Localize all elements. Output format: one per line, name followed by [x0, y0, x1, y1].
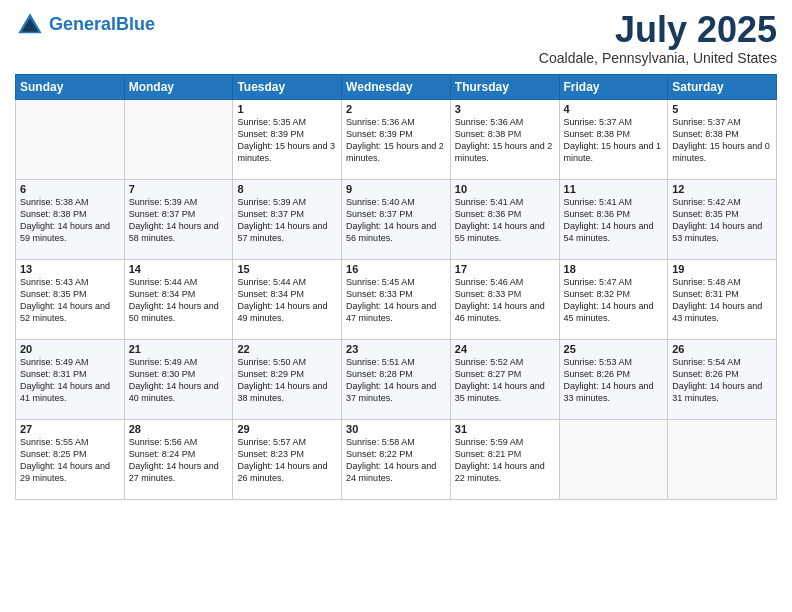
- day-number: 23: [346, 343, 446, 355]
- day-info: Sunrise: 5:54 AMSunset: 8:26 PMDaylight:…: [672, 356, 772, 405]
- day-info: Sunrise: 5:47 AMSunset: 8:32 PMDaylight:…: [564, 276, 664, 325]
- calendar-cell: 28Sunrise: 5:56 AMSunset: 8:24 PMDayligh…: [124, 419, 233, 499]
- day-number: 22: [237, 343, 337, 355]
- calendar-cell: 18Sunrise: 5:47 AMSunset: 8:32 PMDayligh…: [559, 259, 668, 339]
- calendar-cell: 6Sunrise: 5:38 AMSunset: 8:38 PMDaylight…: [16, 179, 125, 259]
- day-number: 1: [237, 103, 337, 115]
- day-of-week-header: Saturday: [668, 74, 777, 99]
- day-info: Sunrise: 5:38 AMSunset: 8:38 PMDaylight:…: [20, 196, 120, 245]
- day-number: 9: [346, 183, 446, 195]
- calendar-cell: 4Sunrise: 5:37 AMSunset: 8:38 PMDaylight…: [559, 99, 668, 179]
- header: GeneralBlue July 2025 Coaldale, Pennsylv…: [15, 10, 777, 66]
- calendar-cell: 27Sunrise: 5:55 AMSunset: 8:25 PMDayligh…: [16, 419, 125, 499]
- calendar-cell: 25Sunrise: 5:53 AMSunset: 8:26 PMDayligh…: [559, 339, 668, 419]
- day-info: Sunrise: 5:39 AMSunset: 8:37 PMDaylight:…: [237, 196, 337, 245]
- calendar-cell: [668, 419, 777, 499]
- calendar: SundayMondayTuesdayWednesdayThursdayFrid…: [15, 74, 777, 500]
- day-number: 11: [564, 183, 664, 195]
- month-title: July 2025: [539, 10, 777, 50]
- day-info: Sunrise: 5:50 AMSunset: 8:29 PMDaylight:…: [237, 356, 337, 405]
- day-info: Sunrise: 5:35 AMSunset: 8:39 PMDaylight:…: [237, 116, 337, 165]
- calendar-cell: 26Sunrise: 5:54 AMSunset: 8:26 PMDayligh…: [668, 339, 777, 419]
- day-info: Sunrise: 5:46 AMSunset: 8:33 PMDaylight:…: [455, 276, 555, 325]
- day-info: Sunrise: 5:41 AMSunset: 8:36 PMDaylight:…: [564, 196, 664, 245]
- day-number: 25: [564, 343, 664, 355]
- calendar-week: 6Sunrise: 5:38 AMSunset: 8:38 PMDaylight…: [16, 179, 777, 259]
- calendar-cell: 8Sunrise: 5:39 AMSunset: 8:37 PMDaylight…: [233, 179, 342, 259]
- day-number: 8: [237, 183, 337, 195]
- logo-line2: Blue: [116, 14, 155, 34]
- calendar-cell: 13Sunrise: 5:43 AMSunset: 8:35 PMDayligh…: [16, 259, 125, 339]
- logo-text: GeneralBlue: [49, 15, 155, 35]
- calendar-cell: 19Sunrise: 5:48 AMSunset: 8:31 PMDayligh…: [668, 259, 777, 339]
- day-number: 15: [237, 263, 337, 275]
- calendar-cell: 3Sunrise: 5:36 AMSunset: 8:38 PMDaylight…: [450, 99, 559, 179]
- day-of-week-header: Monday: [124, 74, 233, 99]
- calendar-cell: 29Sunrise: 5:57 AMSunset: 8:23 PMDayligh…: [233, 419, 342, 499]
- day-number: 27: [20, 423, 120, 435]
- day-info: Sunrise: 5:52 AMSunset: 8:27 PMDaylight:…: [455, 356, 555, 405]
- day-info: Sunrise: 5:36 AMSunset: 8:38 PMDaylight:…: [455, 116, 555, 165]
- day-of-week-header: Wednesday: [342, 74, 451, 99]
- day-number: 3: [455, 103, 555, 115]
- day-of-week-header: Sunday: [16, 74, 125, 99]
- day-info: Sunrise: 5:43 AMSunset: 8:35 PMDaylight:…: [20, 276, 120, 325]
- calendar-cell: 2Sunrise: 5:36 AMSunset: 8:39 PMDaylight…: [342, 99, 451, 179]
- calendar-cell: 15Sunrise: 5:44 AMSunset: 8:34 PMDayligh…: [233, 259, 342, 339]
- day-number: 29: [237, 423, 337, 435]
- day-of-week-header: Friday: [559, 74, 668, 99]
- calendar-week: 20Sunrise: 5:49 AMSunset: 8:31 PMDayligh…: [16, 339, 777, 419]
- title-block: July 2025 Coaldale, Pennsylvania, United…: [539, 10, 777, 66]
- day-info: Sunrise: 5:44 AMSunset: 8:34 PMDaylight:…: [237, 276, 337, 325]
- day-info: Sunrise: 5:51 AMSunset: 8:28 PMDaylight:…: [346, 356, 446, 405]
- day-number: 5: [672, 103, 772, 115]
- day-of-week-header: Thursday: [450, 74, 559, 99]
- day-info: Sunrise: 5:37 AMSunset: 8:38 PMDaylight:…: [564, 116, 664, 165]
- day-number: 24: [455, 343, 555, 355]
- day-info: Sunrise: 5:42 AMSunset: 8:35 PMDaylight:…: [672, 196, 772, 245]
- day-info: Sunrise: 5:45 AMSunset: 8:33 PMDaylight:…: [346, 276, 446, 325]
- day-info: Sunrise: 5:56 AMSunset: 8:24 PMDaylight:…: [129, 436, 229, 485]
- logo: GeneralBlue: [15, 10, 155, 40]
- day-number: 26: [672, 343, 772, 355]
- calendar-cell: 9Sunrise: 5:40 AMSunset: 8:37 PMDaylight…: [342, 179, 451, 259]
- day-number: 14: [129, 263, 229, 275]
- day-info: Sunrise: 5:55 AMSunset: 8:25 PMDaylight:…: [20, 436, 120, 485]
- day-number: 4: [564, 103, 664, 115]
- calendar-cell: 12Sunrise: 5:42 AMSunset: 8:35 PMDayligh…: [668, 179, 777, 259]
- day-info: Sunrise: 5:37 AMSunset: 8:38 PMDaylight:…: [672, 116, 772, 165]
- header-row: SundayMondayTuesdayWednesdayThursdayFrid…: [16, 74, 777, 99]
- calendar-cell: 14Sunrise: 5:44 AMSunset: 8:34 PMDayligh…: [124, 259, 233, 339]
- calendar-cell: 21Sunrise: 5:49 AMSunset: 8:30 PMDayligh…: [124, 339, 233, 419]
- day-number: 13: [20, 263, 120, 275]
- day-number: 2: [346, 103, 446, 115]
- calendar-cell: 10Sunrise: 5:41 AMSunset: 8:36 PMDayligh…: [450, 179, 559, 259]
- day-number: 7: [129, 183, 229, 195]
- calendar-cell: [124, 99, 233, 179]
- day-number: 19: [672, 263, 772, 275]
- day-number: 31: [455, 423, 555, 435]
- calendar-cell: 16Sunrise: 5:45 AMSunset: 8:33 PMDayligh…: [342, 259, 451, 339]
- day-number: 30: [346, 423, 446, 435]
- page: GeneralBlue July 2025 Coaldale, Pennsylv…: [0, 0, 792, 612]
- logo-line1: General: [49, 14, 116, 34]
- calendar-cell: 20Sunrise: 5:49 AMSunset: 8:31 PMDayligh…: [16, 339, 125, 419]
- calendar-cell: [16, 99, 125, 179]
- day-number: 6: [20, 183, 120, 195]
- day-info: Sunrise: 5:49 AMSunset: 8:30 PMDaylight:…: [129, 356, 229, 405]
- day-info: Sunrise: 5:59 AMSunset: 8:21 PMDaylight:…: [455, 436, 555, 485]
- day-number: 18: [564, 263, 664, 275]
- calendar-cell: 22Sunrise: 5:50 AMSunset: 8:29 PMDayligh…: [233, 339, 342, 419]
- calendar-week: 27Sunrise: 5:55 AMSunset: 8:25 PMDayligh…: [16, 419, 777, 499]
- calendar-cell: [559, 419, 668, 499]
- day-number: 16: [346, 263, 446, 275]
- calendar-cell: 1Sunrise: 5:35 AMSunset: 8:39 PMDaylight…: [233, 99, 342, 179]
- day-of-week-header: Tuesday: [233, 74, 342, 99]
- calendar-cell: 7Sunrise: 5:39 AMSunset: 8:37 PMDaylight…: [124, 179, 233, 259]
- day-info: Sunrise: 5:40 AMSunset: 8:37 PMDaylight:…: [346, 196, 446, 245]
- day-number: 20: [20, 343, 120, 355]
- day-number: 12: [672, 183, 772, 195]
- day-info: Sunrise: 5:39 AMSunset: 8:37 PMDaylight:…: [129, 196, 229, 245]
- day-number: 17: [455, 263, 555, 275]
- calendar-cell: 17Sunrise: 5:46 AMSunset: 8:33 PMDayligh…: [450, 259, 559, 339]
